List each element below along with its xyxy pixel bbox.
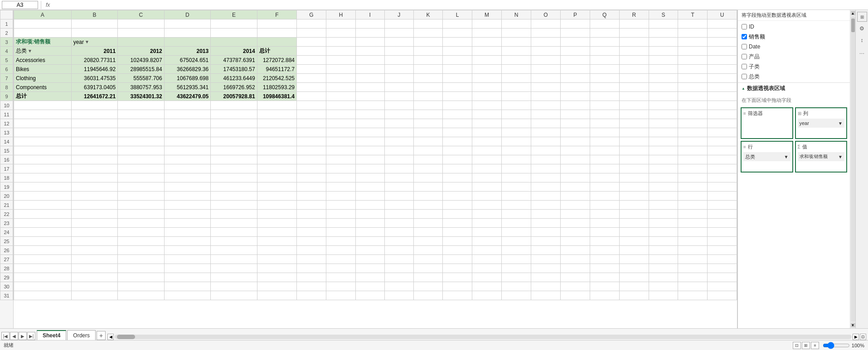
col-header-b[interactable]: B	[71, 10, 118, 19]
cell-c5[interactable]: 102439.8207	[118, 56, 165, 65]
scroll-right-btn[interactable]: ▶	[853, 334, 859, 340]
row-num-31[interactable]: 31	[0, 291, 13, 300]
cell-b7[interactable]: 36031.47535	[71, 74, 118, 83]
row-num-26[interactable]: 26	[0, 246, 13, 255]
row-num-10[interactable]: 10	[0, 101, 13, 110]
h-scroll-track[interactable]	[115, 335, 852, 339]
prev-sheet-btn[interactable]: ◀	[10, 332, 18, 340]
cell-e4[interactable]: 2014	[211, 47, 257, 56]
scroll-down-btn[interactable]: ▼	[851, 323, 855, 327]
col-header-h[interactable]: H	[326, 10, 356, 19]
cell-a3[interactable]: 求和项:销售额	[14, 38, 72, 47]
page-layout-icon[interactable]: ⊞	[802, 342, 810, 349]
row-num-11[interactable]: 11	[0, 110, 13, 119]
cell-b3[interactable]: year ▼	[71, 38, 118, 47]
col-header-s[interactable]: S	[649, 10, 678, 19]
cell-d1[interactable]	[164, 19, 211, 29]
column-dropdown-icon[interactable]: ▼	[838, 121, 843, 126]
col-header-d[interactable]: D	[164, 10, 211, 19]
zoom-slider[interactable]	[823, 342, 850, 349]
cell-e6[interactable]: 17453180.57	[211, 65, 257, 74]
last-sheet-btn[interactable]: ▶|	[27, 332, 35, 340]
cell-f7[interactable]: 2120542.525	[257, 74, 296, 83]
add-sheet-btn[interactable]: +	[97, 331, 106, 340]
field-checkbox-date[interactable]	[742, 44, 747, 49]
cell-d8[interactable]: 5612935.341	[164, 83, 211, 92]
cell-b6[interactable]: 11945646.92	[71, 65, 118, 74]
col-header-q[interactable]: Q	[590, 10, 619, 19]
col-header-n[interactable]: N	[502, 10, 531, 19]
sheet-scroll[interactable]: A B C D E F G H I J K L	[14, 10, 737, 328]
cell-b1[interactable]	[71, 19, 118, 29]
cell-c6[interactable]: 28985515.84	[118, 65, 165, 74]
field-checkbox-sales[interactable]	[742, 34, 747, 39]
panel-scrollbar[interactable]: ▲ ▼	[850, 10, 855, 328]
col-header-f[interactable]: F	[257, 10, 296, 19]
first-sheet-btn[interactable]: |◀	[1, 332, 10, 340]
field-item-product[interactable]: 产品	[738, 52, 850, 62]
row-num-30[interactable]: 30	[0, 282, 13, 291]
row-num-20[interactable]: 20	[0, 192, 13, 201]
cell-f4[interactable]: 总计	[257, 47, 296, 56]
cell-e7[interactable]: 461233.6449	[211, 74, 257, 83]
settings-icon[interactable]: ⚙	[857, 24, 867, 34]
row-num-27[interactable]: 27	[0, 255, 13, 264]
more-icon[interactable]: …	[857, 47, 867, 57]
cell-d4[interactable]: 2013	[164, 47, 211, 56]
col-header-l[interactable]: L	[443, 10, 472, 19]
name-box[interactable]: A3	[2, 1, 38, 9]
row-num-17[interactable]: 17	[0, 164, 13, 173]
cell-c8[interactable]: 3880757.953	[118, 83, 165, 92]
cell-b9[interactable]: 12641672.21	[71, 92, 118, 101]
row-num-15[interactable]: 15	[0, 146, 13, 155]
cell-a7[interactable]: Clothing	[14, 74, 72, 83]
col-header-o[interactable]: O	[531, 10, 560, 19]
sort-icon[interactable]: ↕	[857, 35, 867, 45]
cell-b5[interactable]: 20820.77311	[71, 56, 118, 65]
row-num-2[interactable]: 2	[0, 29, 13, 38]
cell-b8[interactable]: 639173.0405	[71, 83, 118, 92]
pivot-toggle-btn[interactable]: ⊞	[857, 12, 867, 22]
col-header-a[interactable]: A	[14, 10, 72, 19]
normal-view-icon[interactable]: ⊡	[793, 342, 801, 349]
row-num-4[interactable]: 4	[0, 47, 13, 56]
page-break-icon[interactable]: ≡	[811, 342, 819, 349]
row-num-21[interactable]: 21	[0, 201, 13, 210]
pivot-zone-value[interactable]: Σ 值 求和项:销售额 ▼	[795, 141, 848, 173]
cell-a4[interactable]: 总类 ▼	[14, 47, 72, 56]
cell-c7[interactable]: 555587.706	[118, 74, 165, 83]
cell-c1[interactable]	[118, 19, 165, 29]
cell-a9[interactable]: 总计	[14, 92, 72, 101]
pivot-zone-filter[interactable]: ≡ 筛选器	[741, 107, 793, 139]
cell-a2[interactable]	[14, 29, 72, 38]
cell-a1[interactable]	[14, 19, 72, 29]
cell-c4[interactable]: 2012	[118, 47, 165, 56]
row-num-29[interactable]: 29	[0, 273, 13, 282]
col-header-c[interactable]: C	[118, 10, 165, 19]
pivot-zone-row[interactable]: ≡ 行 总类 ▼	[741, 141, 793, 173]
scroll-thumb[interactable]	[851, 19, 855, 32]
h-scroll-thumb[interactable]	[117, 335, 135, 339]
col-header-i[interactable]: I	[355, 10, 384, 19]
col-header-j[interactable]: J	[384, 10, 413, 19]
column-zone-item-year[interactable]: year ▼	[798, 119, 845, 128]
col-header-r[interactable]: R	[619, 10, 649, 19]
row-num-25[interactable]: 25	[0, 237, 13, 246]
col-header-g[interactable]: G	[297, 10, 326, 19]
cell-b4[interactable]: 2011	[71, 47, 118, 56]
col-header-e[interactable]: E	[211, 10, 257, 19]
cell-e8[interactable]: 1669726.952	[211, 83, 257, 92]
col-header-u[interactable]: U	[707, 10, 737, 19]
cell-f9[interactable]: 109846381.4	[257, 92, 296, 101]
row-num-6[interactable]: 6	[0, 65, 13, 74]
col-header-k[interactable]: K	[413, 10, 443, 19]
field-checkbox-subcat[interactable]	[742, 64, 747, 69]
field-item-subcat[interactable]: 子类	[738, 62, 850, 72]
next-sheet-btn[interactable]: ▶	[19, 332, 27, 340]
row-num-14[interactable]: 14	[0, 137, 13, 146]
row-zone-item-category[interactable]: 总类 ▼	[743, 152, 790, 161]
cell-f5[interactable]: 1272072.884	[257, 56, 296, 65]
row-num-19[interactable]: 19	[0, 182, 13, 192]
sheet-tab-orders[interactable]: Orders	[67, 330, 96, 340]
cell-d9[interactable]: 43622479.05	[164, 92, 211, 101]
